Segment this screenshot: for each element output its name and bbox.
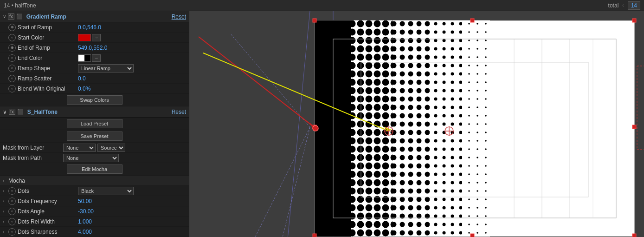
dots-angle-toggle[interactable]: › <box>3 209 8 214</box>
start-color-swatches: → <box>78 34 101 41</box>
dots-dropdown[interactable]: Black White <box>78 187 134 195</box>
tab-arrow-left[interactable]: ‹ <box>622 3 624 8</box>
end-ramp-label: End of Ramp <box>18 45 78 51</box>
mask-path-row: Mask from Path None <box>0 153 189 163</box>
end-of-ramp-row: ⊕ End of Ramp 549.0,552.0 <box>0 43 189 53</box>
dots-freq-row: › ○ Dots Frequency 50.00 <box>0 196 189 206</box>
dots-label: Dots <box>18 188 78 194</box>
canvas-svg <box>189 11 644 237</box>
gradient-ramp-plugin-icon: ⬛ <box>16 13 23 20</box>
mask-path-label: Mask from Path <box>3 155 63 161</box>
dots-icon: ○ <box>8 187 16 195</box>
ramp-scatter-icon: ○ <box>8 75 16 82</box>
blend-original-row: ○ Blend With Original 0.0% <box>0 84 189 94</box>
main-layout: ∨ fx ⬛ Gradient Ramp Reset ⊕ Start of Ra… <box>0 11 644 237</box>
left-panel: ∨ fx ⬛ Gradient Ramp Reset ⊕ Start of Ra… <box>0 11 189 237</box>
svg-rect-30 <box>470 234 474 237</box>
mask-path-dropdown[interactable]: None <box>63 154 119 162</box>
tab-count[interactable]: 14 <box>628 1 640 10</box>
end-color-label: End Color <box>18 55 78 61</box>
mocha-toggle[interactable]: › <box>3 178 8 183</box>
dots-sharpness-value[interactable]: 4.000 <box>78 229 92 235</box>
mask-layer-dropdowns: None Source <box>63 144 125 152</box>
end-color-swatch[interactable] <box>78 54 91 62</box>
mask-layer-label: Mask from Layer <box>3 145 63 151</box>
dots-sharpness-label: Dots Sharpness <box>18 229 78 235</box>
end-color-row: ○ End Color → <box>0 53 189 63</box>
blend-original-value[interactable]: 0.0% <box>78 86 90 92</box>
dots-sharpness-row: › ○ Dots Sharpness 4.000 <box>0 227 189 237</box>
dots-relwidth-label: Dots Rel Width <box>18 218 78 225</box>
canvas-area[interactable] <box>189 11 644 237</box>
dots-freq-icon: ○ <box>8 198 16 205</box>
swap-colors-button[interactable]: Swap Colors <box>67 95 122 105</box>
start-ramp-label: Start of Ramp <box>18 24 78 31</box>
edit-mocha-row: Edit Mocha <box>0 163 189 176</box>
dots-relwidth-icon: ○ <box>8 218 16 225</box>
s-halftone-plugin-icon: ⬛ <box>17 109 24 115</box>
svg-rect-29 <box>470 19 474 22</box>
dots-freq-value[interactable]: 50.00 <box>78 198 92 204</box>
edit-mocha-button[interactable]: Edit Mocha <box>67 165 122 174</box>
dots-relwidth-value[interactable]: 1.000 <box>78 218 92 225</box>
dots-angle-value[interactable]: -30.00 <box>78 208 94 215</box>
start-color-icon: ○ <box>8 34 16 41</box>
end-color-arrow-btn[interactable]: → <box>92 54 101 62</box>
start-of-ramp-row: ⊕ Start of Ramp 0.0,546.0 <box>0 22 189 33</box>
ramp-scatter-value[interactable]: 0.0 <box>78 75 86 82</box>
dots-angle-label: Dots Angle <box>18 208 78 215</box>
dots-angle-icon: ○ <box>8 208 16 215</box>
start-ramp-value[interactable]: 0.0,546.0 <box>78 24 101 31</box>
tab-total-label: total <box>608 2 619 9</box>
s-halftone-header: ∨ fx ⬛ S_HalfTone Reset <box>0 106 189 118</box>
load-preset-button[interactable]: Load Preset <box>67 119 122 128</box>
dots-row: › ○ Dots Black White <box>0 186 189 196</box>
dots-toggle[interactable]: › <box>3 189 8 193</box>
svg-rect-17 <box>462 20 490 237</box>
gradient-ramp-toggle[interactable]: ∨ <box>3 14 6 19</box>
dots-angle-row: › ○ Dots Angle -30.00 <box>0 206 189 217</box>
end-ramp-value[interactable]: 549.0,552.0 <box>78 45 107 51</box>
start-color-label: Start Color <box>18 34 78 41</box>
mocha-row: › Mocha <box>0 176 189 186</box>
gradient-ramp-reset[interactable]: Reset <box>172 13 186 20</box>
svg-rect-15 <box>393 20 430 237</box>
dots-sharpness-icon: ○ <box>8 228 16 236</box>
ramp-shape-icon: ○ <box>8 65 16 72</box>
s-halftone-toggle[interactable]: ∨ <box>3 109 7 115</box>
dots-freq-toggle[interactable]: › <box>3 199 8 204</box>
mocha-label: Mocha <box>8 178 69 184</box>
start-ramp-icon: ⊕ <box>8 24 16 31</box>
ramp-scatter-row: ○ Ramp Scatter 0.0 <box>0 73 189 84</box>
blend-original-icon: ○ <box>8 85 16 92</box>
ramp-scatter-label: Ramp Scatter <box>18 75 78 82</box>
blend-original-label: Blend With Original <box>18 86 78 92</box>
gradient-ramp-header: ∨ fx ⬛ Gradient Ramp Reset <box>0 11 189 22</box>
mask-layer-row: Mask from Layer None Source <box>0 143 189 153</box>
dots-sharpness-toggle[interactable]: › <box>3 230 8 234</box>
gradient-ramp-title: Gradient Ramp <box>26 13 66 20</box>
svg-rect-28 <box>632 234 636 237</box>
load-preset-row: Load Preset <box>0 118 189 130</box>
dots-rel-width-row: › ○ Dots Rel Width 1.000 <box>0 217 189 227</box>
end-color-swatches: → <box>78 54 101 62</box>
start-color-arrow-btn[interactable]: → <box>92 34 101 41</box>
mask-layer-none-dropdown[interactable]: None <box>63 144 96 152</box>
save-preset-button[interactable]: Save Preset <box>67 132 122 141</box>
start-color-swatch-red[interactable] <box>78 34 91 41</box>
s-halftone-reset[interactable]: Reset <box>172 109 186 115</box>
svg-rect-25 <box>313 19 316 22</box>
svg-point-40 <box>313 125 318 131</box>
top-bar: 14 • halfTone total ‹ 14 <box>0 0 644 11</box>
dots-freq-label: Dots Frequency <box>18 198 78 204</box>
mask-layer-source-dropdown[interactable]: Source <box>97 144 125 152</box>
end-ramp-icon: ⊕ <box>8 44 16 52</box>
svg-rect-27 <box>313 234 316 237</box>
dots-relwidth-toggle[interactable]: › <box>3 219 8 224</box>
app-title: 14 • halfTone <box>4 2 36 9</box>
end-color-icon: ○ <box>8 54 16 62</box>
ramp-shape-dropdown[interactable]: Linear Ramp Radial Ramp <box>78 64 134 72</box>
save-preset-row: Save Preset <box>0 130 189 143</box>
ramp-shape-row: ○ Ramp Shape Linear Ramp Radial Ramp <box>0 63 189 73</box>
svg-rect-32 <box>632 125 636 129</box>
